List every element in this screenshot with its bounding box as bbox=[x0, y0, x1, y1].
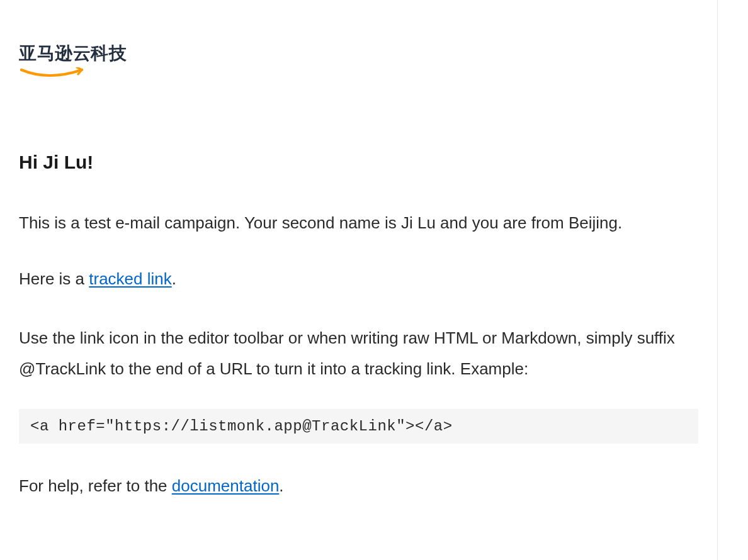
code-example: <a href="https://listmonk.app@TrackLink"… bbox=[19, 409, 698, 444]
documentation-link[interactable]: documentation bbox=[172, 476, 280, 495]
tracked-link-paragraph: Here is a tracked link. bbox=[19, 267, 698, 291]
help-suffix: . bbox=[279, 476, 283, 495]
instructions-paragraph: Use the link icon in the editor toolbar … bbox=[19, 323, 698, 385]
help-prefix: For help, refer to the bbox=[19, 476, 172, 495]
logo-section: 亚马逊云科技 bbox=[19, 44, 698, 82]
tracked-link[interactable]: tracked link bbox=[89, 269, 172, 288]
email-body: 亚马逊云科技 Hi Ji Lu! This is a test e-mail c… bbox=[0, 0, 718, 560]
tracked-link-suffix: . bbox=[172, 269, 176, 288]
amazon-swoosh-icon bbox=[20, 67, 698, 82]
help-paragraph: For help, refer to the documentation. bbox=[19, 474, 698, 498]
logo-text: 亚马逊云科技 bbox=[19, 44, 698, 64]
intro-paragraph: This is a test e-mail campaign. Your sec… bbox=[19, 211, 698, 235]
greeting-heading: Hi Ji Lu! bbox=[19, 152, 698, 173]
tracked-link-prefix: Here is a bbox=[19, 269, 89, 288]
